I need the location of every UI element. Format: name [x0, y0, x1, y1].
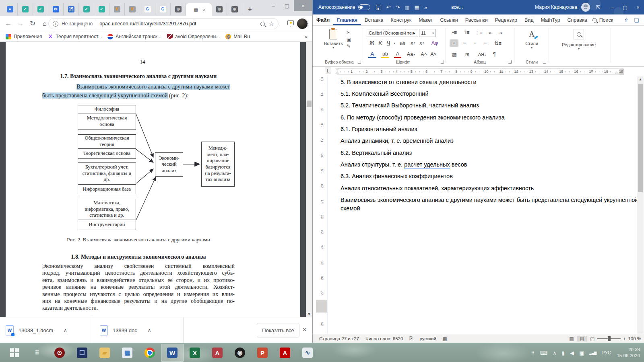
taskbar-dots-icon[interactable]: ⠿ — [26, 344, 48, 362]
underline-button[interactable]: Ч — [385, 39, 392, 47]
word-ribbon-tab[interactable]: Рецензир — [491, 15, 521, 25]
tab-active-pdf[interactable]: ▤× — [186, 3, 212, 17]
doc-line[interactable]: 5.1. Комплексный Всесторонний — [341, 90, 429, 97]
bold-button[interactable]: Ж — [368, 39, 376, 47]
right-indent-marker[interactable] — [615, 72, 619, 74]
download-item[interactable]: W 13939.doc ∧ — [100, 317, 151, 343]
tab-favicon-globe[interactable]: ⊕ — [227, 3, 242, 15]
new-tab-button[interactable]: + — [242, 3, 258, 15]
proofing-icon[interactable]: ⎘ — [409, 336, 413, 341]
text-effects-icon[interactable]: Аφ — [430, 39, 439, 47]
styles-dialog-launcher-icon[interactable] — [543, 60, 546, 64]
scroll-up-icon[interactable]: ▲ — [637, 76, 644, 81]
browser-minimize-button[interactable]: – — [266, 0, 280, 11]
font-dialog-launcher-icon[interactable] — [441, 60, 444, 64]
taskbar-obs-icon[interactable]: ◉ — [229, 344, 251, 362]
tab-favicon-teal-bird[interactable]: ✓ — [33, 3, 48, 15]
highlight-color-button[interactable]: ab — [381, 51, 389, 58]
borders-icon[interactable]: ⊞ — [462, 51, 472, 58]
multilevel-list-icon[interactable]: ⋮≡ — [474, 29, 483, 36]
grow-font-icon[interactable]: А˄ — [420, 51, 428, 58]
tab-favicon-globe[interactable]: ⊕ — [212, 3, 227, 15]
macro-record-icon[interactable]: ▦ — [443, 336, 447, 341]
word-document[interactable]: 1314151617181920212223242526272829 5. В … — [313, 76, 644, 334]
comments-icon[interactable]: ❏ — [634, 17, 639, 23]
reload-icon[interactable]: ↻ — [27, 19, 39, 28]
wordart-icon[interactable]: А — [368, 51, 376, 58]
touch-keyboard-icon[interactable]: ⌨ — [540, 350, 547, 356]
word-search[interactable]: Поиск — [592, 17, 613, 25]
word-ribbon-tab[interactable]: Макет — [415, 15, 436, 25]
word-ribbon-tab[interactable]: MathTyp — [537, 15, 564, 25]
word-ribbon-tab[interactable]: Рассылки — [462, 15, 491, 25]
word-ribbon-tab[interactable]: Вставка — [361, 15, 387, 25]
format-painter-icon[interactable]: ✎ — [347, 43, 351, 50]
align-left-icon[interactable]: ≡ — [450, 39, 458, 47]
taskbar-photos-icon[interactable]: ▦ — [116, 344, 138, 362]
tab-selector[interactable]: L — [325, 68, 331, 74]
url-text[interactable]: opac.unecon.ru/elibrary/elib/312917876.p… — [99, 21, 258, 27]
start-button[interactable] — [3, 344, 26, 362]
editing-button[interactable]: Редактирование ▾ — [557, 29, 601, 51]
word-scrollbar[interactable]: ▲ — [637, 76, 644, 334]
styles-button[interactable]: А Стили ▾ — [520, 30, 543, 49]
site-info-icon[interactable]: i — [53, 21, 58, 27]
search-icon[interactable] — [260, 22, 265, 26]
taskbar-excel-icon[interactable]: X — [184, 344, 206, 362]
tab-favicon-v-orange[interactable]: V — [125, 3, 140, 15]
tray-dots-icon[interactable]: ⠿ — [531, 350, 535, 356]
quick-access-more-icon[interactable]: » — [424, 4, 427, 10]
font-size-combo[interactable]: 11▾ — [419, 29, 436, 37]
taskbar-monitor-app-icon[interactable]: ∿ — [296, 344, 319, 362]
read-mode-icon[interactable]: ▥ — [566, 336, 577, 341]
zoom-out-icon[interactable]: − — [592, 336, 595, 341]
bookmark-item[interactable]: @Mail.Ru — [225, 34, 250, 39]
hanging-indent-marker[interactable] — [335, 72, 339, 74]
undo-icon[interactable]: ↶ — [386, 4, 390, 10]
save-icon[interactable] — [376, 5, 381, 10]
increase-indent-icon[interactable]: ⇥ — [496, 29, 504, 36]
doc-line[interactable]: схемой — [341, 205, 360, 212]
tab-favicon-google[interactable]: G — [140, 3, 155, 15]
word-ribbon-tab[interactable]: Вид — [521, 15, 537, 25]
line-spacing-icon[interactable]: ⇅≡ — [493, 39, 503, 47]
taskbar-powerpoint-icon[interactable]: P — [251, 344, 274, 362]
browser-close-button[interactable]: × — [294, 0, 312, 11]
underline-dropdown-icon[interactable]: ▾ — [392, 39, 396, 47]
hidden-icons-chevron[interactable]: ∧ — [553, 350, 557, 356]
language-indicator[interactable]: РУС — [601, 350, 611, 356]
italic-button[interactable]: K — [377, 39, 384, 47]
taskbar-clock[interactable]: 20:38 15.06.2020 — [617, 347, 640, 359]
language-label[interactable]: русский — [420, 336, 436, 341]
user-avatar[interactable] — [581, 3, 590, 12]
back-icon[interactable]: ← — [2, 20, 14, 28]
clipboard-dialog-launcher-icon[interactable] — [358, 60, 361, 64]
tab-favicon-mail[interactable]: ✉ — [48, 3, 64, 15]
taskbar-notebook-app-icon[interactable]: ❒ — [71, 344, 93, 362]
word-ribbon-tab[interactable]: Справка — [564, 15, 591, 25]
show-all-downloads-button[interactable]: Показать все — [257, 323, 299, 337]
first-line-indent-marker[interactable] — [335, 68, 339, 70]
bookmark-item[interactable]: XТеория вероятност... — [47, 34, 102, 39]
word-ribbon-tab[interactable]: Ссылки — [437, 15, 462, 25]
doc-line[interactable]: 6.3. Анализ финансовых коэффициентов — [341, 173, 453, 179]
pdf-scrollbar[interactable]: ▼ — [306, 42, 312, 317]
battery-icon[interactable]: ▮ — [562, 350, 565, 356]
doc-line[interactable]: Анализ относительных показателей, характ… — [341, 185, 534, 191]
doc-line[interactable]: Анализ динамики, т. е. временной анализ — [341, 138, 454, 144]
word-close-button[interactable]: × — [632, 0, 644, 14]
horizontal-ruler[interactable]: L 12345678910111213141516171819 — [313, 67, 644, 76]
doc-line[interactable]: 6.2. Вертикальный анализ — [341, 150, 412, 156]
tab-close-icon[interactable]: × — [202, 8, 205, 12]
taskbar-chrome-icon[interactable] — [138, 344, 161, 362]
zoom-level[interactable]: 100 % — [628, 336, 641, 341]
doc-line[interactable]: 5. В зависимости от степени охвата деяте… — [341, 79, 477, 85]
table-tool-icon[interactable]: ▦ — [415, 4, 419, 10]
address-bar[interactable]: i Не защищено opac.unecon.ru/elibrary/el… — [48, 18, 279, 29]
zoom-slider-thumb[interactable] — [608, 336, 611, 341]
ribbon-display-icon[interactable]: ⇱ — [596, 4, 600, 10]
sort-icon[interactable]: АЯ↓ — [476, 51, 488, 58]
tab-favicon-chat[interactable]: ● — [2, 3, 18, 15]
bookmark-apps[interactable]: Приложения — [6, 34, 42, 39]
forward-icon[interactable]: → — [14, 20, 27, 28]
